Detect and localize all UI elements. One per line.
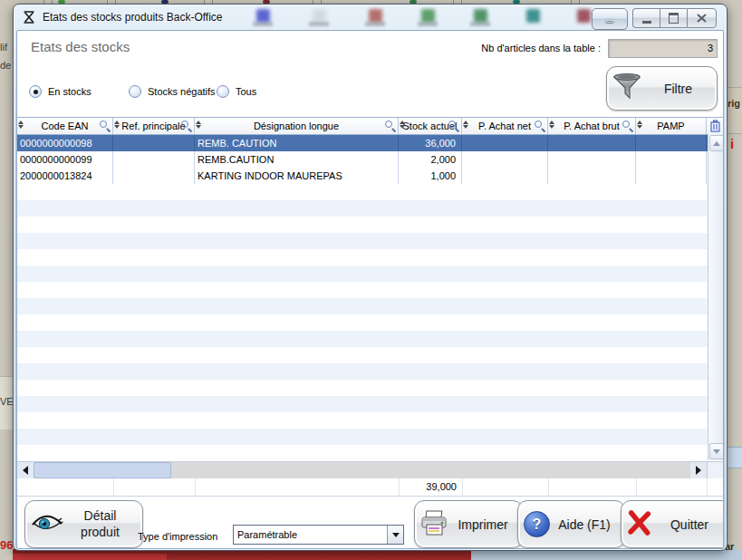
column-header-ref-principale[interactable]: Ref. principale [113, 118, 195, 134]
help-button-label: Aide (F1) [550, 517, 619, 532]
search-icon[interactable] [448, 121, 459, 131]
column-header-label: Désignation longue [254, 121, 339, 131]
table-cell-pamp [636, 135, 707, 151]
radio-stocks-n-gatifs[interactable]: Stocks négatifs [129, 85, 216, 98]
detail-product-button-label: Détail produit [63, 508, 137, 540]
filter-button[interactable]: Filtre [606, 66, 718, 111]
table-cell-p-achat-net [462, 135, 548, 151]
arrow-up-icon [713, 141, 720, 146]
stock-table: Code EANRef. principaleDésignation longu… [17, 117, 723, 497]
help-button[interactable]: ? Aide (F1) [517, 500, 625, 548]
trash-icon [709, 120, 721, 132]
delete-columns-button[interactable] [707, 118, 723, 134]
print-type-select[interactable]: Paramétrable [233, 525, 404, 545]
table-row[interactable]: 2000000013824KARTING INDOOR MAUREPAS1,00… [17, 168, 723, 184]
sort-icon[interactable] [18, 121, 24, 129]
detail-product-button[interactable]: Détail produit [24, 500, 143, 548]
radio-en-stocks[interactable]: En stocks [29, 85, 92, 98]
table-cell-p-achat-brut [548, 168, 636, 184]
stock-dialog: Etats des stocks produits Back-Office ⇔ … [13, 4, 728, 551]
bg-scrollbar-fragment [727, 447, 742, 468]
bg-panel-fragment [726, 87, 742, 134]
column-header-pamp[interactable]: PAMP [636, 118, 707, 134]
table-cell-ref-principale [113, 135, 195, 151]
column-header-p-achat-brut[interactable]: P. Achat brut [548, 118, 636, 134]
search-icon[interactable] [100, 121, 111, 131]
dialog-content: Etats des stocks Nb d'articles dans la t… [16, 30, 724, 549]
horizontal-scroll-thumb[interactable] [34, 462, 171, 478]
search-icon[interactable] [181, 121, 192, 131]
filter-button-label: Filtre [643, 82, 713, 96]
quit-button[interactable]: Quitter [621, 500, 724, 548]
table-cell-stock-actuel: 1,000 [399, 168, 462, 184]
column-header-stock-actuel[interactable]: Stock actuel [399, 118, 462, 134]
arrow-right-icon [696, 466, 701, 475]
maximize-button[interactable] [660, 8, 687, 28]
horizontal-scrollbar[interactable] [17, 461, 723, 478]
vertical-scrollbar[interactable] [708, 134, 723, 460]
table-row[interactable]: 0000000000099REMB.CAUTION2,000 [17, 151, 723, 168]
radio-label: En stocks [48, 86, 92, 97]
bg-blurred-icon [526, 9, 540, 23]
sort-icon[interactable] [114, 121, 120, 129]
table-body[interactable]: 0000000000098REMB. CAUTION36,00000000000… [17, 135, 723, 461]
quit-button-label: Quitter [653, 517, 724, 532]
scrollbar-corner [707, 462, 723, 478]
arrow-down-icon [713, 449, 720, 454]
bg-blurred-label [470, 22, 490, 26]
scroll-right-button[interactable] [690, 462, 707, 478]
radio-icon[interactable] [129, 85, 141, 98]
radio-tous[interactable]: Tous [217, 85, 256, 98]
table-cell-pamp [636, 151, 707, 168]
column-header-label: Code EAN [42, 121, 89, 131]
column-header-code-ean[interactable]: Code EAN [17, 118, 113, 134]
table-cell-p-achat-net [462, 151, 548, 168]
sort-icon[interactable] [196, 121, 201, 129]
table-cell-d-signation-longue: KARTING INDOOR MAUREPAS [195, 168, 399, 184]
page-title: Etats des stocks [31, 39, 130, 54]
dock-toggle-button[interactable]: ⇔ [592, 8, 628, 30]
table-cell-d-signation-longue: REMB.CAUTION [195, 151, 399, 168]
bg-text-fragment: de [0, 60, 11, 71]
article-count-field: 3 [608, 39, 718, 58]
horizontal-scroll-track[interactable] [171, 462, 690, 478]
scroll-up-button[interactable] [709, 135, 724, 151]
combo-dropdown-button[interactable] [387, 526, 403, 544]
column-header-label: P. Achat brut [564, 121, 620, 131]
maximize-icon [669, 13, 679, 24]
sort-icon[interactable] [400, 121, 405, 129]
sort-icon[interactable] [463, 121, 468, 129]
printer-icon [419, 509, 448, 540]
print-type-selected-value: Paramétrable [234, 529, 387, 540]
table-cell-p-achat-net [462, 168, 548, 184]
bg-blurred-label [418, 22, 438, 26]
table-cell-d-signation-longue: REMB. CAUTION [195, 135, 399, 151]
sort-icon[interactable] [637, 121, 642, 129]
close-button[interactable] [687, 8, 717, 28]
search-icon[interactable] [622, 121, 633, 131]
table-cell-p-achat-brut [548, 151, 636, 168]
bg-text-fragment: lif [0, 42, 7, 53]
scroll-left-button[interactable] [17, 462, 34, 478]
bg-blurred-icon [474, 9, 487, 23]
radio-selected-icon[interactable] [29, 85, 42, 98]
table-row[interactable]: 0000000000098REMB. CAUTION36,000 [17, 135, 723, 151]
table-cell-code-ean: 2000000013824 [17, 168, 113, 184]
question-mark-icon: ? [524, 511, 550, 537]
chevron-down-icon [392, 533, 400, 537]
column-header-p-achat-net[interactable]: P. Achat net [462, 118, 548, 134]
bg-blurred-label [253, 22, 273, 26]
column-separator [548, 478, 549, 496]
article-count-label: Nb d'articles dans la table : [481, 43, 601, 53]
scroll-down-button[interactable] [709, 443, 724, 459]
search-icon[interactable] [385, 121, 396, 131]
column-header-label: Ref. principale [121, 121, 185, 131]
search-icon[interactable] [535, 121, 545, 131]
red-x-icon [626, 508, 653, 541]
eye-icon [31, 513, 63, 536]
column-header-d-signation-longue[interactable]: Désignation longue [195, 118, 399, 134]
minimize-button[interactable] [632, 8, 660, 28]
print-button[interactable]: Imprimer [414, 500, 523, 548]
sort-icon[interactable] [549, 121, 554, 129]
radio-icon[interactable] [217, 85, 229, 98]
